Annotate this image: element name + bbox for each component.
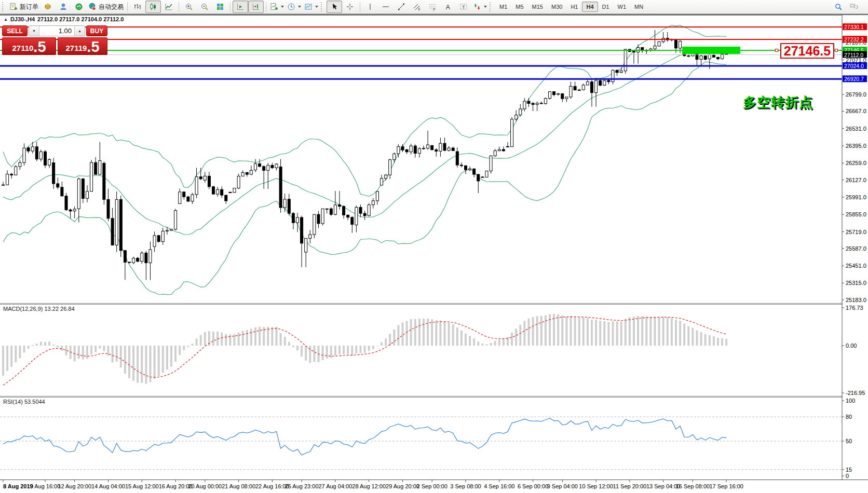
tile-windows-icon	[216, 3, 224, 11]
svg-text:25587.0: 25587.0	[846, 245, 866, 252]
fibonacci-button[interactable]: F	[425, 1, 440, 13]
svg-text:6 Sep 00:00: 6 Sep 00:00	[518, 483, 548, 489]
timeframe-m30-button[interactable]: M30	[547, 2, 566, 12]
toolbar-separator	[179, 2, 179, 11]
chart-canvas[interactable]: 27207.027071.026799.026667.026531.026395…	[0, 0, 868, 493]
signals-button[interactable]	[71, 1, 87, 13]
svg-text:13 Sep 04:00: 13 Sep 04:00	[646, 483, 680, 489]
templates-icon	[304, 3, 313, 11]
svg-text:11 Sep 20:00: 11 Sep 20:00	[613, 483, 647, 489]
svg-text:14 Aug 04:00: 14 Aug 04:00	[91, 483, 125, 489]
svg-text:17 Sep 16:00: 17 Sep 16:00	[709, 483, 743, 489]
svg-text:80: 80	[846, 414, 852, 420]
svg-text:9 Sep 04:00: 9 Sep 04:00	[547, 483, 578, 489]
green-zone-rectangle	[682, 47, 740, 54]
timeframe-m15-button[interactable]: M15	[528, 2, 547, 12]
horizontal-line-button[interactable]	[378, 1, 394, 13]
price-annotation-box[interactable]: 27146.5	[780, 43, 834, 59]
vertical-line-button[interactable]	[362, 1, 378, 13]
arrows-button[interactable]	[471, 1, 489, 13]
cursor-button[interactable]	[327, 1, 342, 13]
toolbar: 新订单 自动交易	[0, 0, 868, 14]
templates-button[interactable]	[303, 1, 320, 13]
svg-text:12 Aug 20:00: 12 Aug 20:00	[58, 483, 91, 489]
layouts-icon	[44, 3, 52, 11]
chart-shift-icon	[252, 3, 260, 11]
autotrade-button[interactable]: 自动交易	[87, 1, 125, 13]
periods-button[interactable]	[286, 1, 303, 13]
tile-windows-button[interactable]	[212, 1, 228, 13]
auto-scroll-button[interactable]	[233, 1, 248, 13]
application-window: 新订单 自动交易	[0, 0, 868, 493]
svg-text:26127.0: 26127.0	[846, 177, 866, 183]
trendline-icon	[397, 3, 405, 11]
search-icon	[834, 3, 843, 11]
volume-increase-button[interactable]: ▲	[74, 26, 85, 36]
bar-chart-icon	[133, 3, 142, 11]
toolbar-grip[interactable]	[321, 2, 324, 11]
chart-shift-button[interactable]	[248, 1, 264, 13]
svg-text:22 Aug 16:00: 22 Aug 16:00	[255, 483, 289, 489]
text-button[interactable]: A	[440, 1, 456, 13]
sell-price-button[interactable]: 27110 .5	[2, 37, 56, 55]
candlestick-icon	[149, 3, 157, 11]
line-chart-icon	[165, 3, 173, 11]
svg-text:16 Aug 20:00: 16 Aug 20:00	[159, 483, 193, 489]
text-icon: A	[444, 3, 452, 11]
timeframe-d1-button[interactable]: D1	[598, 2, 614, 12]
zoom-in-icon	[185, 3, 193, 11]
ask-price-main: 27119	[65, 44, 87, 54]
svg-text:26395.0: 26395.0	[846, 143, 866, 149]
timeframe-mn-button[interactable]: MN	[630, 2, 647, 12]
line-anchor-marker	[776, 49, 778, 52]
toolbar-grip[interactable]	[2, 2, 6, 11]
chart-background	[0, 14, 868, 493]
buy-button[interactable]: BUY	[86, 25, 107, 36]
text-label-button[interactable]: T	[456, 1, 471, 13]
trendline-button[interactable]	[394, 1, 409, 13]
svg-text:26920.7: 26920.7	[844, 76, 864, 82]
line-chart-button[interactable]	[161, 1, 177, 13]
svg-text:26667.0: 26667.0	[846, 108, 866, 114]
indicators-button[interactable]	[268, 1, 286, 13]
bid-price-fraction: .5	[33, 39, 46, 54]
zoom-out-button[interactable]	[197, 1, 212, 13]
timeframe-w1-button[interactable]: W1	[614, 2, 631, 12]
svg-text:T: T	[462, 5, 465, 10]
zoom-in-button[interactable]	[181, 1, 197, 13]
autotrade-label: 自动交易	[99, 3, 124, 11]
volume-decrease-button[interactable]: ▼	[29, 26, 39, 36]
svg-text:25 Aug 23:00: 25 Aug 23:00	[285, 483, 319, 489]
buy-price-button[interactable]: 27119 .5	[58, 37, 107, 55]
svg-text:25183.0: 25183.0	[846, 297, 866, 303]
search-button[interactable]	[831, 1, 846, 13]
svg-text:20 Aug 00:00: 20 Aug 00:00	[188, 483, 222, 489]
timeframe-h1-button[interactable]: H1	[566, 2, 582, 12]
svg-text:15 Aug 12:00: 15 Aug 12:00	[125, 483, 159, 489]
timeframe-m1-button[interactable]: M1	[495, 2, 511, 12]
timeframe-m5-button[interactable]: M5	[511, 2, 527, 12]
svg-text:28 Aug 12:00: 28 Aug 12:00	[352, 483, 386, 489]
timeframe-h4-button[interactable]: H4	[582, 2, 598, 12]
crosshair-button[interactable]	[342, 1, 358, 13]
volume-input[interactable]	[39, 26, 74, 36]
svg-text:27 Aug 04:00: 27 Aug 04:00	[318, 483, 352, 489]
clock-icon	[287, 3, 295, 11]
new-order-icon	[9, 3, 18, 11]
community-icon	[59, 3, 67, 11]
collapse-panel-icon[interactable]: ▲	[4, 17, 8, 22]
candlestick-button[interactable]	[145, 1, 161, 13]
arrows-icon	[473, 3, 481, 11]
zoom-out-icon	[200, 3, 209, 11]
bar-chart-button[interactable]	[130, 1, 145, 13]
chevron-down-icon	[315, 6, 318, 8]
svg-text:A: A	[446, 4, 450, 11]
sell-button[interactable]: SELL	[2, 25, 28, 36]
toolbar-grip[interactable]	[490, 2, 493, 11]
new-order-button[interactable]: 新订单	[8, 1, 40, 13]
equidistant-channel-button[interactable]: E	[409, 1, 425, 13]
layouts-button[interactable]	[40, 1, 56, 13]
chat-button[interactable]	[846, 1, 862, 13]
community-button[interactable]	[56, 1, 71, 13]
toolbar-separator	[360, 2, 360, 11]
